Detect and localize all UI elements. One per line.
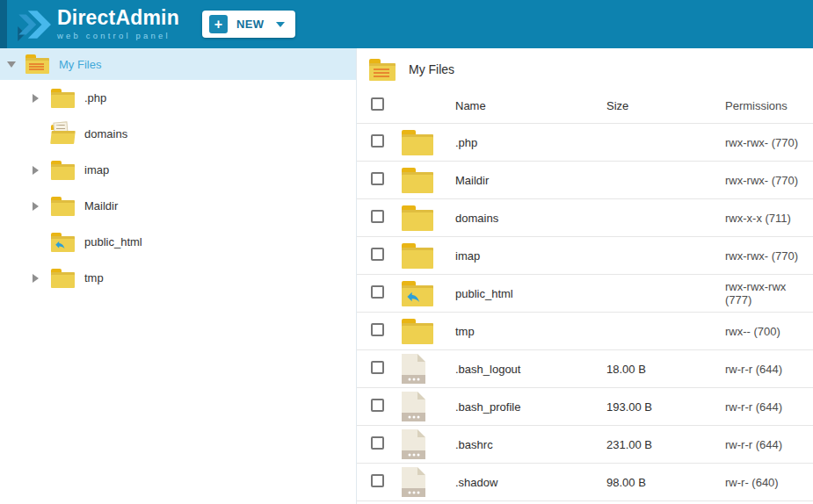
file-name[interactable]: imap (448, 249, 599, 263)
row-checkbox[interactable] (371, 248, 384, 261)
tree-item[interactable]: public_html (0, 224, 356, 260)
brand-name: DirectAdmin (57, 8, 179, 28)
table-row[interactable]: .bash_logout 18.00 B rw-r-r (644) (357, 350, 813, 388)
tree-item[interactable]: My Files (0, 48, 356, 80)
file-name[interactable]: tmp (448, 325, 599, 338)
file-name[interactable]: .bashrc (448, 438, 599, 451)
caret-right-icon[interactable] (33, 166, 39, 175)
folder-icon (51, 161, 75, 180)
folder-icon (402, 243, 433, 269)
caret-down-icon[interactable] (7, 61, 16, 68)
tree-item[interactable]: Maildir (0, 188, 356, 224)
folder-icon (402, 319, 433, 344)
file-size: 98.00 B (599, 476, 718, 489)
open-folder-icon (369, 59, 396, 81)
column-header-permissions[interactable]: Permissions (718, 99, 813, 112)
row-checkbox[interactable] (371, 436, 384, 450)
folder-icon (402, 130, 433, 155)
folder-symlink-icon (51, 233, 75, 252)
tree-item[interactable]: tmp (0, 260, 356, 296)
row-checkbox[interactable] (371, 474, 384, 487)
file-permissions: rw-r-r (644) (718, 400, 813, 414)
folder-icon (51, 89, 75, 108)
file-table-body: .php rwx-rwx- (770) Maildir rwx-rwx- (77… (357, 124, 813, 501)
file-icon (402, 467, 425, 497)
row-checkbox[interactable] (371, 399, 384, 412)
table-row[interactable]: .shadow 98.00 B rw-r- (640) (357, 464, 813, 501)
folder-icon (51, 197, 75, 216)
row-checkbox[interactable] (371, 172, 384, 185)
file-name[interactable]: .bash_profile (448, 400, 599, 414)
file-permissions: rw-r-r (644) (718, 438, 813, 451)
row-checkbox[interactable] (371, 323, 384, 336)
brand-logo[interactable]: DirectAdmin web control panel (14, 6, 179, 43)
file-permissions: rw-r-r (644) (718, 363, 813, 376)
row-checkbox[interactable] (371, 361, 384, 374)
folder-tree: My Files .php (0, 48, 356, 296)
chevron-down-icon (276, 22, 285, 27)
table-row[interactable]: tmp rwx-- (700) (357, 313, 813, 350)
directadmin-chevrons-icon (14, 6, 51, 43)
table-row[interactable]: .bashrc 231.00 B rw-r-r (644) (357, 426, 813, 464)
file-name[interactable]: .php (448, 136, 599, 149)
table-row[interactable]: public_html rwx-rwx-rwx (777) (357, 275, 813, 313)
folder-icon (402, 205, 433, 231)
tree-item[interactable]: domains (0, 116, 356, 152)
tree-item-label[interactable]: domains (84, 127, 127, 140)
file-size: 18.00 B (599, 363, 718, 376)
file-permissions: rwx-x-x (711) (718, 212, 813, 225)
file-name[interactable]: Maildir (448, 174, 599, 187)
file-panel: My Files Name Size Permissions .php rwx-… (356, 48, 813, 504)
row-checkbox[interactable] (371, 210, 384, 223)
caret-right-icon[interactable] (33, 202, 39, 211)
tree-item-label[interactable]: My Files (59, 58, 101, 71)
select-all-checkbox[interactable] (371, 97, 384, 111)
tree-item[interactable]: .php (0, 80, 356, 116)
file-size: 231.00 B (599, 438, 718, 451)
row-checkbox[interactable] (371, 134, 384, 148)
folder-icon (402, 168, 433, 193)
app-header: DirectAdmin web control panel + NEW (0, 0, 813, 48)
file-size: 193.00 B (599, 400, 718, 414)
open-folder-papers-icon (51, 125, 75, 144)
file-icon (402, 429, 425, 459)
tree-item-label[interactable]: tmp (84, 271, 104, 284)
row-checkbox[interactable] (371, 285, 384, 299)
file-name[interactable]: public_html (448, 287, 599, 300)
tree-item-label[interactable]: Maildir (84, 199, 118, 212)
table-row[interactable]: imap rwx-rwx- (770) (357, 237, 813, 275)
tree-item-label[interactable]: .php (84, 91, 106, 104)
panel-title: My Files (357, 48, 813, 88)
caret-right-icon[interactable] (33, 94, 39, 103)
sidebar: My Files .php (0, 48, 356, 504)
folder-symlink-icon (402, 281, 433, 306)
column-header-name[interactable]: Name (448, 99, 599, 112)
new-button[interactable]: + NEW (202, 11, 296, 38)
file-permissions: rwx-rwx- (770) (718, 249, 813, 263)
file-name[interactable]: .bash_logout (448, 363, 599, 376)
column-header-size[interactable]: Size (599, 99, 718, 112)
file-permissions: rwx-rwx- (770) (718, 136, 813, 149)
brand-tagline: web control panel (57, 31, 179, 40)
table-row[interactable]: Maildir rwx-rwx- (770) (357, 162, 813, 199)
table-header-row: Name Size Permissions (357, 88, 813, 124)
tree-item-label[interactable]: imap (84, 163, 109, 176)
file-permissions: rwx-rwx-rwx (777) (718, 280, 813, 306)
table-row[interactable]: domains rwx-x-x (711) (357, 199, 813, 237)
file-icon (402, 354, 425, 384)
new-button-label: NEW (236, 18, 265, 31)
file-permissions: rw-r- (640) (718, 476, 813, 489)
file-permissions: rwx-rwx- (770) (718, 174, 813, 187)
open-folder-icon (25, 54, 49, 74)
file-icon (402, 392, 425, 421)
folder-icon (51, 269, 75, 288)
tree-item[interactable]: imap (0, 152, 356, 188)
tree-item-label[interactable]: public_html (84, 235, 142, 248)
table-row[interactable]: .bash_profile 193.00 B rw-r-r (644) (357, 388, 813, 426)
caret-right-icon[interactable] (33, 274, 39, 283)
header-accent-strip (0, 0, 7, 48)
table-row[interactable]: .php rwx-rwx- (770) (357, 124, 813, 162)
file-name[interactable]: domains (448, 212, 599, 225)
file-name[interactable]: .shadow (448, 476, 599, 489)
panel-title-label: My Files (409, 62, 454, 76)
